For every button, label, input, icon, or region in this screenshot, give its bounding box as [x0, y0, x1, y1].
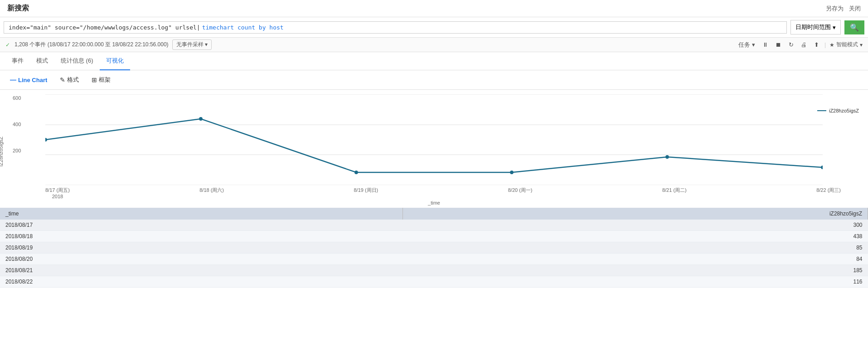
- status-right: 任务 ▾ ⏸ ⏹ ↻ 🖨 ⬆ | ★ 智能模式 ▾: [737, 40, 863, 50]
- tabs: 事件 模式 统计信息 (6) 可视化: [0, 52, 868, 70]
- pause-button[interactable]: ⏸: [761, 40, 770, 49]
- x-tick-3: 8/20 (周一): [508, 187, 533, 199]
- table-row: 2018/08/17300: [0, 220, 868, 231]
- cell-time: 2018/08/20: [0, 254, 403, 265]
- x-tick-4: 8/21 (周二): [662, 187, 687, 199]
- table-row: 2018/08/18438: [0, 231, 868, 242]
- search-button[interactable]: 🔍: [844, 20, 864, 34]
- line-chart-button[interactable]: — Line Chart: [7, 74, 50, 85]
- frame-icon: ⊞: [92, 76, 97, 83]
- tab-patterns[interactable]: 模式: [30, 52, 54, 70]
- refresh-button[interactable]: ↻: [787, 40, 795, 49]
- cell-time: 2018/08/19: [0, 242, 403, 254]
- close-button[interactable]: 关闭: [849, 5, 861, 13]
- print-button[interactable]: 🖨: [799, 40, 809, 49]
- chart-legend: iZ28hzo5igsZ: [817, 108, 859, 113]
- cell-value: 438: [403, 231, 868, 242]
- search-input-container[interactable]: index="main" source="/home/wwwlogs/acces…: [4, 21, 787, 34]
- status-bar: ✓ 1,208 个事件 (18/08/17 22:00:00.000 至 18/…: [0, 38, 868, 52]
- col-time-header: _time: [0, 208, 403, 220]
- cell-value: 116: [403, 276, 868, 288]
- x-tick-0: 8/17 (周五)2018: [45, 187, 70, 199]
- x-tick-5: 8/22 (周三): [816, 187, 841, 199]
- header: 新搜索 另存为 关闭: [0, 0, 868, 17]
- data-point-2: [354, 171, 358, 174]
- data-point-0: [45, 138, 47, 142]
- cell-value: 300: [403, 220, 868, 231]
- tab-events[interactable]: 事件: [5, 52, 30, 70]
- cell-value: 84: [403, 254, 868, 265]
- task-button[interactable]: 任务 ▾: [737, 40, 757, 50]
- table-row: 2018/08/2084: [0, 254, 868, 265]
- x-axis-title: _time: [27, 200, 841, 205]
- cell-time: 2018/08/17: [0, 220, 403, 231]
- cell-time: 2018/08/18: [0, 231, 403, 242]
- format-button[interactable]: ✎ 格式: [57, 74, 82, 86]
- cell-time: 2018/08/22: [0, 276, 403, 288]
- page-title: 新搜索: [7, 4, 29, 13]
- data-table: _time iZ28hzo5igsZ 2018/08/173002018/08/…: [0, 208, 868, 288]
- save-as-button[interactable]: 另存为: [826, 5, 844, 13]
- stop-button[interactable]: ⏹: [774, 40, 783, 49]
- header-actions: 另存为 关闭: [826, 5, 861, 13]
- status-left: ✓ 1,208 个事件 (18/08/17 22:00:00.000 至 18/…: [5, 39, 212, 50]
- chart-area: iZ28hzo5igsZ 600 400 200 8/17 (周五)2018 8…: [0, 90, 868, 208]
- legend-line: [817, 110, 826, 111]
- check-icon: ✓: [5, 42, 10, 48]
- y-axis-label: iZ28hzo5igsZ: [0, 137, 4, 166]
- search-bar: index="main" source="/home/wwwlogs/acces…: [0, 17, 868, 38]
- x-tick-1: 8/18 (周六): [199, 187, 224, 199]
- line-chart-icon: —: [10, 76, 16, 83]
- data-point-3: [510, 171, 514, 174]
- query-plain: index="main" source="/home/wwwlogs/acces…: [9, 24, 200, 31]
- col-value-header: iZ28hzo5igsZ: [403, 208, 868, 220]
- x-tick-2: 8/19 (周日): [354, 187, 378, 199]
- y-tick-200: 200: [13, 148, 21, 153]
- legend-label: iZ28hzo5igsZ: [829, 108, 859, 113]
- query-highlight: timechart count by host: [202, 24, 284, 31]
- tab-visualization[interactable]: 可视化: [100, 52, 130, 70]
- data-point-5: [821, 166, 823, 169]
- table-row: 2018/08/1985: [0, 242, 868, 254]
- y-tick-400: 400: [13, 122, 21, 127]
- frame-button[interactable]: ⊞ 框架: [89, 74, 113, 86]
- viz-toolbar: — Line Chart ✎ 格式 ⊞ 框架: [0, 70, 868, 90]
- format-icon: ✎: [60, 76, 65, 83]
- smart-mode: ★ 智能模式 ▾: [829, 41, 863, 49]
- x-axis-labels: 8/17 (周五)2018 8/18 (周六) 8/19 (周日) 8/20 (…: [45, 187, 841, 199]
- events-count: 1,208 个事件 (18/08/17 22:00:00.000 至 18/08…: [15, 41, 169, 49]
- data-point-4: [665, 155, 669, 159]
- data-table-container: _time iZ28hzo5igsZ 2018/08/173002018/08/…: [0, 208, 868, 288]
- cell-value: 85: [403, 242, 868, 254]
- table-row: 2018/08/22116: [0, 276, 868, 288]
- no-sample-button[interactable]: 无事件采样 ▾: [172, 39, 212, 50]
- cell-time: 2018/08/21: [0, 265, 403, 276]
- tab-statistics[interactable]: 统计信息 (6): [54, 52, 100, 70]
- y-tick-600: 600: [13, 95, 21, 101]
- data-point-1: [199, 117, 203, 121]
- table-row: 2018/08/21185: [0, 265, 868, 276]
- cell-value: 185: [403, 265, 868, 276]
- line-chart-svg: [45, 94, 823, 185]
- table-header-row: _time iZ28hzo5igsZ: [0, 208, 868, 220]
- chart-line: [45, 119, 823, 172]
- date-range-button[interactable]: 日期时间范围 ▾: [790, 20, 841, 34]
- export-button[interactable]: ⬆: [812, 40, 821, 49]
